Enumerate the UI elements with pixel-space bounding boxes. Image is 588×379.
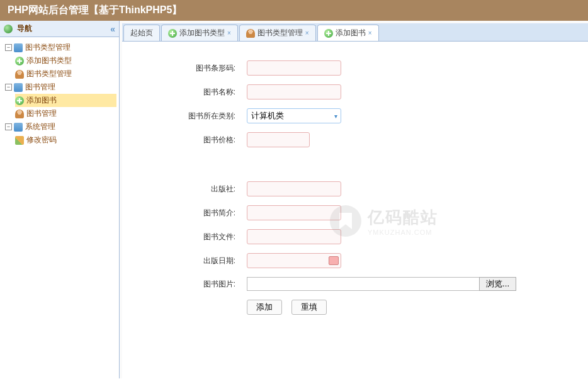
user-icon (246, 29, 255, 38)
content-area: 起始页 添加图书类型 × 图书类型管理 × 添加图书 × 图书条形码: (120, 21, 588, 378)
header-title: PHP网站后台管理【基于ThinkPHP5】 (8, 4, 182, 15)
input-price[interactable] (247, 132, 310, 147)
tree-node-change-password[interactable]: 修改密码 (15, 133, 116, 147)
tree-node-book-mgmt[interactable]: − 图书管理 (5, 81, 116, 94)
label-file: 图书文件: (147, 232, 235, 242)
input-intro[interactable] (247, 205, 341, 220)
tab-add-book[interactable]: 添加图书 × (317, 25, 379, 41)
input-publisher[interactable] (247, 181, 341, 196)
app-icon (14, 83, 23, 92)
label-image: 图书图片: (147, 279, 235, 290)
user-icon (15, 110, 24, 118)
tab-label: 图书类型管理 (257, 28, 303, 38)
label-publisher: 出版社: (147, 184, 235, 195)
label-date: 出版日期: (147, 256, 235, 266)
tab-close-icon[interactable]: × (227, 30, 231, 37)
form-panel: 图书条形码: 图书名称: 图书所在类别: ▾ 图书价格: 出版社: (122, 42, 588, 378)
input-image-path[interactable] (247, 277, 480, 291)
tab-start[interactable]: 起始页 (123, 25, 160, 41)
add-icon (168, 29, 177, 38)
add-icon (15, 57, 24, 65)
tab-label: 添加图书 (336, 28, 366, 38)
input-date[interactable] (247, 253, 341, 268)
label-price: 图书价格: (147, 135, 235, 145)
tree-node-add-book[interactable]: 添加图书 (15, 94, 116, 107)
tree-node-system-mgmt[interactable]: − 系统管理 (5, 120, 116, 133)
calendar-icon[interactable] (329, 256, 339, 265)
submit-button[interactable]: 添加 (247, 300, 282, 315)
label-intro: 图书简介: (147, 208, 235, 218)
user-icon (15, 70, 24, 79)
tab-label: 添加图书类型 (179, 28, 225, 38)
tree-node-book-type-mgmt[interactable]: − 图书类型管理 (5, 41, 116, 54)
browse-button[interactable]: 浏览... (479, 277, 516, 291)
input-barcode[interactable] (247, 60, 341, 76)
app-icon (14, 123, 23, 132)
input-file[interactable] (247, 229, 341, 244)
reset-button[interactable]: 重填 (291, 300, 327, 315)
tree-node-book-list[interactable]: 图书管理 (15, 107, 116, 120)
tab-close-icon[interactable]: × (368, 30, 372, 37)
add-icon (324, 29, 333, 38)
pencil-icon (15, 136, 24, 145)
tab-add-book-type[interactable]: 添加图书类型 × (161, 25, 238, 41)
tree-toggle-icon[interactable]: − (5, 84, 12, 91)
main-layout: 导航 « − 图书类型管理 添加图书类型 图书类型管理 − (0, 21, 588, 378)
add-icon (15, 96, 24, 105)
globe-icon (4, 25, 13, 33)
input-name[interactable] (247, 84, 341, 99)
label-category: 图书所在类别: (147, 111, 235, 122)
tree-toggle-icon[interactable]: − (5, 123, 12, 130)
sidebar-header: 导航 « (0, 21, 119, 37)
tab-book-type-mgmt[interactable]: 图书类型管理 × (239, 25, 316, 41)
label-name: 图书名称: (147, 87, 235, 98)
tree-node-add-book-type[interactable]: 添加图书类型 (15, 54, 116, 67)
tab-bar: 起始页 添加图书类型 × 图书类型管理 × 添加图书 × (122, 23, 588, 42)
collapse-icon[interactable]: « (110, 24, 115, 34)
label-barcode: 图书条形码: (147, 63, 235, 74)
tree-node-book-type-list[interactable]: 图书类型管理 (15, 67, 116, 81)
tab-label: 起始页 (130, 28, 153, 38)
nav-tree: − 图书类型管理 添加图书类型 图书类型管理 − 图书管理 (0, 37, 119, 150)
tree-toggle-icon[interactable]: − (5, 44, 12, 51)
app-icon (14, 43, 23, 52)
select-category[interactable] (247, 108, 341, 123)
tab-close-icon[interactable]: × (305, 30, 309, 37)
header-bar: PHP网站后台管理【基于ThinkPHP5】 (0, 0, 588, 21)
sidebar: 导航 « − 图书类型管理 添加图书类型 图书类型管理 − (0, 21, 120, 378)
sidebar-title: 导航 (17, 24, 32, 33)
